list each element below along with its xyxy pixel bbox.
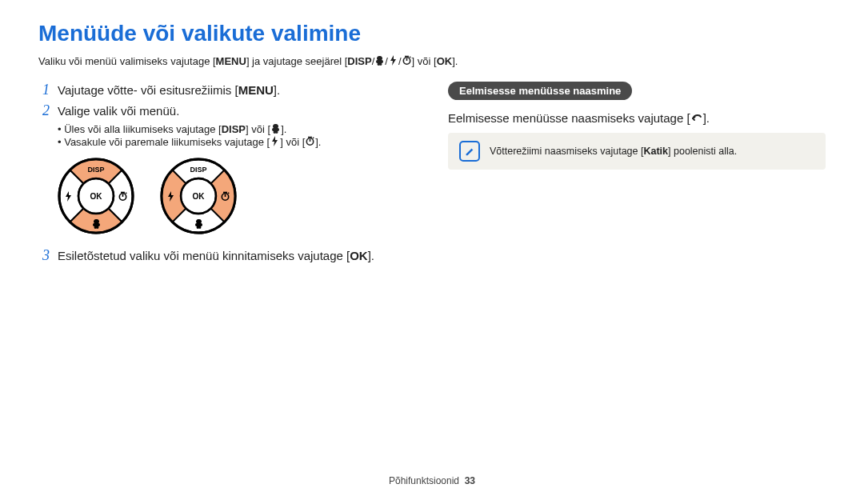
t: Vasakule või paremale liikumiseks vajuta… xyxy=(64,136,270,148)
menu-label: MENU xyxy=(216,55,246,67)
t: ] või [ xyxy=(246,123,270,135)
t: ]. xyxy=(703,111,710,125)
step-3: 3 Esiletõstetud valiku või menüü kinnita… xyxy=(38,247,416,265)
right-paragraph: Eelmisesse menüüsse naasmiseks vajutage … xyxy=(448,111,826,125)
timer-icon xyxy=(305,135,315,147)
disp-label: DISP xyxy=(190,166,206,174)
flower-icon xyxy=(270,122,281,134)
intro-text: ]. xyxy=(452,55,458,67)
note-text: Võtterežiimi naasmiseks vajutage [Katik]… xyxy=(490,146,737,157)
intro-text: ] ja vajutage seejärel [ xyxy=(246,55,347,67)
step-number: 1 xyxy=(38,82,50,99)
page-number: 33 xyxy=(465,475,475,486)
footer-section: Põhifunktsioonid xyxy=(389,475,459,486)
intro-text: ] või [ xyxy=(412,55,437,67)
t: ] poolenisti alla. xyxy=(668,146,737,157)
back-icon xyxy=(690,112,703,124)
disp-label: DISP xyxy=(222,123,246,135)
pencil-icon xyxy=(459,141,480,162)
t: ] või [ xyxy=(280,136,305,148)
flash-icon xyxy=(388,54,398,66)
t: Eelmisesse menüüsse naasmiseks vajutage … xyxy=(448,111,690,125)
timer-icon xyxy=(402,54,412,66)
t: ]. xyxy=(315,136,321,148)
step-2-sublist: Üles või alla liikumiseks vajutage [DISP… xyxy=(58,122,416,148)
dial-left-right: DISP OK xyxy=(158,156,238,236)
left-column: 1 Vajutage võtte- või esitusrežiimis [ME… xyxy=(38,82,416,268)
step-text: Vajutage võtte- või esitusrežiimis [ xyxy=(58,83,238,97)
step-text: Esiletõstetud valiku või menüü kinnitami… xyxy=(58,249,350,262)
dial-up-down: DISP OK xyxy=(56,156,136,236)
step-text: ]. xyxy=(368,249,374,262)
shutter-label: Katik xyxy=(643,146,668,157)
ok-label: OK xyxy=(90,192,103,201)
disp-label: DISP xyxy=(87,166,104,174)
flash-icon xyxy=(270,135,280,147)
note-box: Võtterežiimi naasmiseks vajutage [Katik]… xyxy=(448,133,826,170)
ok-label: OK xyxy=(350,249,368,262)
list-item: Üles või alla liikumiseks vajutage [DISP… xyxy=(58,122,416,135)
right-column: Eelmisesse menüüsse naasmine Eelmisesse … xyxy=(448,82,826,268)
ok-label: OK xyxy=(193,192,206,201)
step-number: 2 xyxy=(38,102,50,120)
menu-label: MENU xyxy=(238,83,274,97)
section-pill: Eelmisesse menüüsse naasmine xyxy=(448,82,632,100)
step-1: 1 Vajutage võtte- või esitusrežiimis [ME… xyxy=(38,82,416,99)
ok-label: OK xyxy=(437,55,453,67)
page-footer: Põhifunktsioonid 33 xyxy=(0,475,864,486)
t: Üles või alla liikumiseks vajutage [ xyxy=(64,123,222,135)
intro-text: Valiku või menüü valimiseks vajutage [ xyxy=(38,55,216,67)
page-title: Menüüde või valikute valimine xyxy=(38,21,826,46)
t: Võtterežiimi naasmiseks vajutage [ xyxy=(490,146,643,157)
flower-icon xyxy=(374,54,385,66)
step-number: 3 xyxy=(38,247,50,265)
intro-line: Valiku või menüü valimiseks vajutage [ME… xyxy=(38,54,826,67)
step-text: ]. xyxy=(274,83,280,97)
disp-label: DISP xyxy=(347,55,371,67)
list-item: Vasakule või paremale liikumiseks vajuta… xyxy=(58,135,416,148)
t: ]. xyxy=(281,123,286,135)
step-text: Valige valik või menüü. xyxy=(58,102,179,119)
dial-illustrations: DISP OK xyxy=(56,156,416,236)
step-2: 2 Valige valik või menüü. xyxy=(38,102,416,120)
